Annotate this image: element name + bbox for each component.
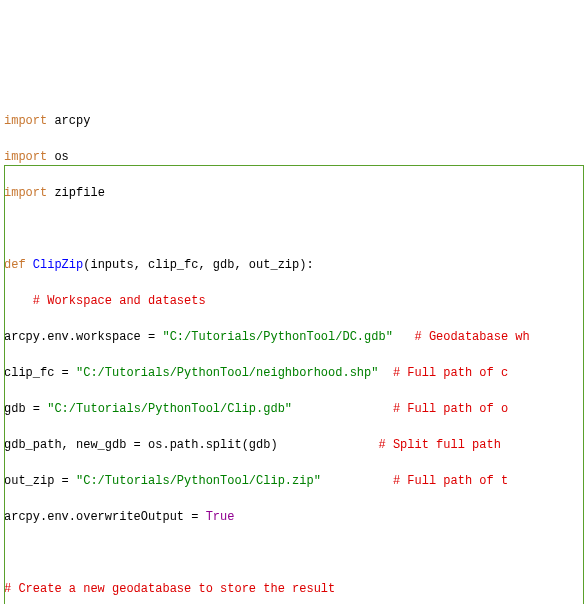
- function-name: ClipZip: [33, 258, 83, 272]
- comment: # Split full path: [378, 438, 500, 452]
- code-line: import zipfile: [4, 184, 580, 202]
- comment: # Full path of o: [393, 402, 508, 416]
- module-name: os: [47, 150, 69, 164]
- code-line: import arcpy: [4, 112, 580, 130]
- code-line: arcpy.env.overwriteOutput = True: [4, 508, 580, 526]
- comment: # Workspace and datasets: [4, 294, 206, 308]
- string-literal: "C:/Tutorials/PythonTool/Clip.zip": [76, 474, 321, 488]
- keyword-import: import: [4, 114, 47, 128]
- module-name: arcpy: [47, 114, 90, 128]
- code-line: out_zip = "C:/Tutorials/PythonTool/Clip.…: [4, 472, 580, 490]
- code-line: gdb_path, new_gdb = os.path.split(gdb) #…: [4, 436, 580, 454]
- code-line: arcpy.env.workspace = "C:/Tutorials/Pyth…: [4, 328, 580, 346]
- code-line: gdb = "C:/Tutorials/PythonTool/Clip.gdb"…: [4, 400, 580, 418]
- code-text: arcpy.env.overwriteOutput =: [4, 510, 206, 524]
- comment: # Create a new geodatabase to store the …: [4, 582, 335, 596]
- comment: # Full path of t: [393, 474, 508, 488]
- code-editor[interactable]: import arcpy import os import zipfile de…: [4, 76, 580, 604]
- comment: # Full path of c: [393, 366, 508, 380]
- module-name: zipfile: [47, 186, 105, 200]
- keyword-import: import: [4, 186, 47, 200]
- code-line: # Create a new geodatabase to store the …: [4, 580, 580, 598]
- code-line: # Workspace and datasets: [4, 292, 580, 310]
- code-line: def ClipZip(inputs, clip_fc, gdb, out_zi…: [4, 256, 580, 274]
- code-text: gdb =: [4, 402, 47, 416]
- code-line: import os: [4, 148, 580, 166]
- code-text: gdb_path, new_gdb = os.path.split(gdb): [4, 438, 278, 452]
- constant-true: True: [206, 510, 235, 524]
- keyword-def: def: [4, 258, 26, 272]
- string-literal: "C:/Tutorials/PythonTool/DC.gdb": [162, 330, 392, 344]
- string-literal: "C:/Tutorials/PythonTool/Clip.gdb": [47, 402, 292, 416]
- code-text: arcpy.env.workspace =: [4, 330, 162, 344]
- blank-line: [4, 220, 580, 238]
- keyword-import: import: [4, 150, 47, 164]
- code-text: out_zip =: [4, 474, 76, 488]
- code-line: clip_fc = "C:/Tutorials/PythonTool/neigh…: [4, 364, 580, 382]
- function-params: (inputs, clip_fc, gdb, out_zip):: [83, 258, 313, 272]
- code-text: clip_fc =: [4, 366, 76, 380]
- blank-line: [4, 544, 580, 562]
- comment: # Geodatabase wh: [414, 330, 529, 344]
- string-literal: "C:/Tutorials/PythonTool/neighborhood.sh…: [76, 366, 378, 380]
